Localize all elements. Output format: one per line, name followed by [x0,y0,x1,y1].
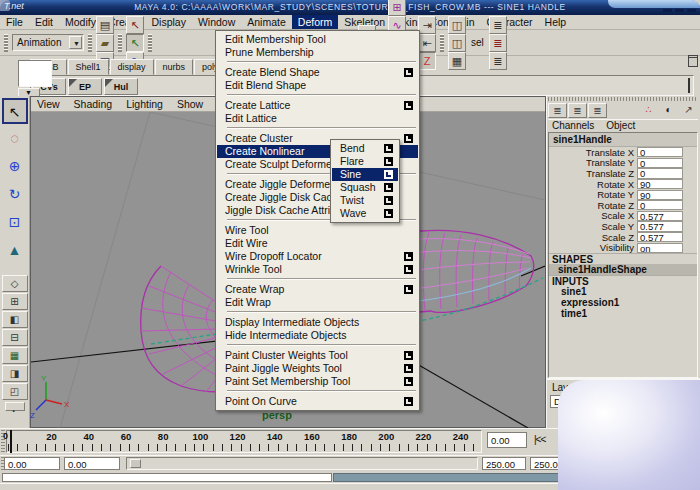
option-box-icon[interactable] [404,377,413,386]
lasso-tool-icon-item[interactable]: ◌ [2,126,28,152]
expression1-item[interactable]: expression1 [549,297,697,308]
shape-node-item[interactable]: sine1HandleShape [549,264,697,275]
bend-item[interactable]: Bend [332,142,398,155]
channel-value-field[interactable]: 0.577 [637,221,683,231]
prune-membership-item[interactable]: Prune Membership [217,46,418,59]
current-frame-field[interactable]: 0.00 [487,432,527,448]
flare-item[interactable]: Flare [332,155,398,168]
wrinkle-tool-item[interactable]: Wrinkle Tool [217,263,418,276]
ep-item[interactable]: EP [68,78,102,95]
deform-item[interactable]: Deform [292,15,338,29]
lighting-item[interactable]: Lighting [120,98,169,110]
pointer-icon-item[interactable]: ↗ [679,103,698,118]
point-on-curve-item[interactable]: Point On Curve [217,395,418,408]
create-wrap-item[interactable]: Create Wrap [217,283,418,296]
option-box-icon[interactable] [404,252,413,261]
panel-grip[interactable] [548,97,698,101]
channel-value-field[interactable]: 90 [637,190,683,200]
edit-wrap-item[interactable]: Edit Wrap [217,296,418,309]
current-time-marker[interactable] [10,430,12,453]
channel-name[interactable]: Translate Y [549,157,637,168]
option-box-icon[interactable] [384,157,393,166]
option-box-icon[interactable] [404,285,413,294]
channel-name[interactable]: Rotate Z [549,200,637,211]
option-box-icon[interactable] [384,183,393,192]
range-slider-handle[interactable] [130,459,141,468]
sine-item[interactable]: Sine [332,168,398,181]
edit-lattice-item[interactable]: Edit Lattice [217,112,418,125]
shading-item[interactable]: Shading [68,98,119,110]
select-object-icon-item[interactable]: ↖ [126,34,144,52]
layout-persp-graph-button-item[interactable]: ⊟ [2,329,28,346]
channel-value-field[interactable]: 0 [637,147,683,157]
option-box-icon[interactable] [384,196,393,205]
show-item[interactable]: Show [171,98,209,110]
speed-slow-icon-item[interactable]: ≣ [548,103,567,118]
sine1-item[interactable]: sine1 [549,286,697,297]
wave-item[interactable]: Wave [332,207,398,220]
paint-set-membership-tool-item[interactable]: Paint Set Membership Tool [217,375,418,388]
render-current-frame-icon-item[interactable]: ◫ [448,16,466,34]
layout-shortcuts-more-button[interactable] [5,402,25,411]
create-lattice-item[interactable]: Create Lattice [217,99,418,112]
rotate-tool-icon-item[interactable]: ↻ [2,182,28,208]
layout-four-view-button-item[interactable]: ⊞ [2,293,28,310]
twist-item[interactable]: Twist [332,194,398,207]
option-box-icon[interactable] [404,101,413,110]
close-button[interactable] [687,9,696,12]
view-item[interactable]: View [31,98,66,110]
channels-item[interactable]: Channels [548,120,598,132]
option-box-icon[interactable] [404,265,413,274]
channel-value-field[interactable]: 0 [637,200,683,210]
object-name-header[interactable]: sine1Handle [549,133,697,147]
option-box-icon[interactable] [404,351,413,360]
option-box-icon[interactable] [404,68,413,77]
channel-value-field[interactable]: 90 [637,179,683,189]
edit-item[interactable]: Edit [29,15,59,29]
channel-value-field[interactable]: 0 [637,168,683,178]
paint-jiggle-weights-tool-item[interactable]: Paint Jiggle Weights Tool [217,362,418,375]
option-box-icon[interactable] [404,397,413,406]
select-tool-icon-item[interactable]: ↖ [2,98,28,124]
trash-icon[interactable] [688,55,698,67]
edit-blend-shape-item[interactable]: Edit Blend Shape [217,79,418,92]
range-slider-track[interactable] [126,457,478,470]
input-connection-icon-item[interactable]: ⇥ [418,16,436,34]
channel-name[interactable]: Rotate X [549,179,637,190]
display-item[interactable]: Display [145,15,191,29]
speed-fast-icon-item[interactable]: ≣ [588,103,607,118]
layout-persp-hypergraph-button-item[interactable]: ◰ [2,383,28,400]
channel-value-field[interactable]: on [637,243,683,253]
channel-name[interactable]: Visibility [549,242,637,253]
display-intermediate-objects-item[interactable]: Display Intermediate Objects [217,316,418,329]
tool-settings-icon-item[interactable]: ≣ [489,34,507,52]
option-box-icon[interactable] [384,144,393,153]
ipr-render-icon-item[interactable]: ◫ [448,34,466,52]
squash-item[interactable]: Squash [332,181,398,194]
window-item[interactable]: Window [192,15,241,29]
animate-item[interactable]: Animate [241,15,292,29]
shaded-sphere-icon-item[interactable]: ◐ [659,103,678,118]
scale-tool-icon-item[interactable]: ⊡ [2,210,28,236]
option-box-icon[interactable] [384,209,393,218]
go-to-start-button[interactable]: |<< [534,434,545,445]
hul-item[interactable]: Hul [104,78,138,95]
layout-persp-multi-button-item[interactable]: ◨ [2,365,28,382]
nurbs-item[interactable]: nurbs [155,59,194,75]
help-item[interactable]: Help [539,15,573,29]
playback-end-field[interactable]: 250.00 [482,457,526,470]
create-blend-shape-item[interactable]: Create Blend Shape [217,66,418,79]
open-scene-icon-item[interactable]: ▰ [96,34,114,52]
attribute-editor-icon-item[interactable]: ≣ [489,16,507,34]
layout-single-persp-button-item[interactable]: ◇ [2,275,28,292]
edit-wire-item[interactable]: Edit Wire [217,237,418,250]
time1-item[interactable]: time1 [549,308,697,319]
wire-tool-item[interactable]: Wire Tool [217,224,418,237]
xyz-manipulator-icon-item[interactable]: ∴ [639,103,658,118]
minimize-button[interactable] [663,9,672,12]
channel-name[interactable]: Rotate Y [549,189,637,200]
channel-value-field[interactable]: 0.577 [637,211,683,221]
shelf-selector[interactable] [18,60,52,87]
window-controls[interactable] [608,0,700,8]
select-hierarchy-icon-item[interactable]: ↖ [126,16,144,34]
